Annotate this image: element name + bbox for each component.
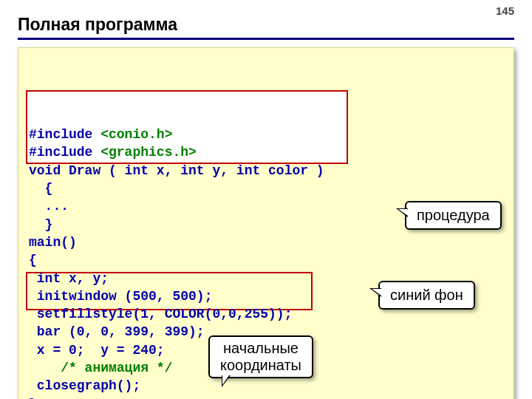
callout-initcoords: начальныекоординаты (208, 335, 313, 378)
callout-tail-icon (396, 208, 408, 217)
code-line-12: bar (0, 0, 399, 399); (29, 324, 205, 339)
code-line-14: /* анимация */ (29, 361, 172, 375)
callout-bluebg: синий фон (378, 281, 475, 310)
code-line-2a: #include (29, 145, 100, 160)
code-line-6: } (29, 217, 52, 232)
code-line-9: int x, y; (29, 271, 109, 286)
slide-page: 145 Полная программа #include <conio.h> … (0, 0, 532, 399)
code-line-13: x = 0; y = 240; (29, 343, 165, 358)
code-line-4: { (29, 181, 52, 196)
code-line-2b: <graphics.h> (100, 145, 197, 160)
code-line-11: setfillstyle(1, COLOR(0,0,255)); (29, 307, 292, 321)
callout-procedure: процедура (405, 201, 502, 230)
code-line-1a: #include (29, 127, 100, 142)
callout-procedure-label: процедура (417, 207, 490, 223)
callout-tail-icon (369, 288, 381, 297)
callout-tail-icon (222, 375, 231, 387)
code-line-7: main() (29, 235, 77, 250)
code-area: #include <conio.h> #include <graphics.h>… (18, 47, 514, 399)
page-number: 145 (496, 4, 514, 17)
code-line-10: initwindow (500, 500); (29, 289, 212, 304)
title-rule (18, 38, 514, 40)
code-line-16: } (29, 397, 37, 399)
callout-initcoords-label: начальныекоординаты (220, 340, 301, 373)
code-line-3: void Draw ( int x, int y, int color ) (29, 163, 324, 178)
page-title: Полная программа (18, 15, 514, 35)
callout-bluebg-label: синий фон (390, 287, 463, 303)
code-line-15: closegraph(); (29, 378, 140, 393)
code-line-5: ... (29, 199, 69, 214)
code-line-8: { (29, 253, 37, 267)
code-line-1b: <conio.h> (100, 127, 172, 142)
